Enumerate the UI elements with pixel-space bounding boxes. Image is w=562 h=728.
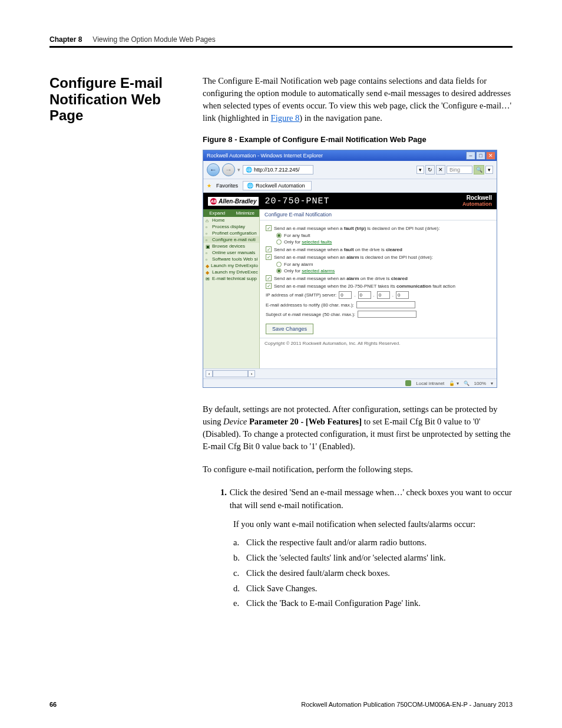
nav-item-software[interactable]: ▫Software tools Web si — [203, 256, 259, 262]
t: Send an e-mail message when a — [274, 226, 344, 231]
selected-alarms-link[interactable]: selected alarms — [302, 268, 335, 274]
alarm-cleared-checkbox[interactable]: ✓ — [266, 275, 272, 281]
t: Send an e-mail message when a — [274, 247, 344, 252]
nav-item-support[interactable]: ✉E-mail technical supp — [203, 275, 259, 282]
ip-octet-3[interactable]: 0 — [377, 291, 390, 299]
save-changes-button[interactable]: Save Changes — [266, 324, 313, 334]
instructions-lead: To configure e-mail notification, perfor… — [203, 463, 513, 476]
header-rule — [49, 46, 513, 48]
page-icon: ▫ — [206, 231, 210, 236]
minimize-icon[interactable]: – — [466, 151, 475, 160]
refresh-button[interactable]: ↻ — [425, 165, 435, 174]
minimize-button[interactable]: Minimize — [232, 209, 260, 217]
ra-line1: Rockwell — [467, 195, 492, 201]
substep-b: b.Click the 'selected faults' link and/o… — [233, 552, 513, 565]
app-icon: ◆ — [206, 263, 209, 268]
step-number: 1. — [220, 486, 230, 512]
search-area: ▾ ↻ ✕ Bing 🔍 ▾ — [416, 165, 493, 174]
t: alarm — [346, 276, 359, 281]
sub-letter: a. — [233, 536, 246, 549]
t: Device — [223, 417, 247, 426]
selected-faults-radio[interactable] — [276, 239, 282, 245]
step-1-note: If you only want e-mail notification whe… — [233, 518, 513, 531]
nav-item-home[interactable]: ⌂Home — [203, 217, 259, 223]
rad-label: Only for selected alarms — [284, 268, 335, 274]
back-button[interactable]: ← — [207, 163, 220, 176]
zoom-icon[interactable]: 🔍 — [464, 381, 470, 386]
intro-paragraph: The Configure E-mail Notification web pa… — [203, 75, 513, 124]
stop-button[interactable]: ✕ — [436, 165, 445, 174]
scroll-right-button[interactable]: › — [248, 370, 255, 377]
favorites-star-icon[interactable]: ★ — [207, 183, 211, 189]
scroll-track[interactable] — [213, 370, 248, 377]
fault-trip-checkbox[interactable]: ✓ — [266, 225, 272, 231]
t: Send an e-mail message when an — [274, 276, 346, 281]
any-fault-radio[interactable] — [276, 233, 282, 238]
content-heading: Configure E-mail Notification — [260, 209, 497, 220]
zoom-dropdown[interactable]: ▾ — [491, 381, 493, 386]
home-icon: ⌂ — [206, 218, 210, 223]
nav-item-driveexplorer[interactable]: ◆Launch my DriveExplo — [203, 262, 259, 269]
alarm-declared-checkbox[interactable]: ✓ — [266, 254, 272, 260]
any-alarm-radio[interactable] — [276, 262, 282, 267]
expand-button[interactable]: Expand — [203, 209, 232, 217]
substep-c: c.Click the desired fault/alarm check bo… — [233, 567, 513, 580]
subject-input[interactable] — [358, 311, 416, 318]
nav-item-browse[interactable]: ▣Browse devices — [203, 243, 259, 249]
sub-text: Click the desired fault/alarm check boxe… — [246, 567, 390, 580]
favorites-bar: ★ Favorites 🌐 Rockwell Automation — [203, 179, 497, 193]
maximize-icon[interactable]: □ — [476, 151, 485, 160]
chk-label: Send an e-mail message when an alarm is … — [274, 255, 433, 260]
browser-tab[interactable]: 🌐 Rockwell Automation — [243, 181, 312, 190]
ip-octet-1[interactable]: 0 — [339, 291, 352, 299]
chk-label: Send an e-mail message when a fault on t… — [274, 247, 402, 252]
comm-fault-checkbox[interactable]: ✓ — [266, 283, 272, 289]
address-bar[interactable]: 🌐 http://10.7.212.245/ — [243, 165, 313, 174]
substep-e: e.Click the 'Back to E-mail Configuratio… — [233, 597, 513, 610]
t: communication — [396, 284, 431, 289]
nav-item-profinet[interactable]: ▫Profinet configuration — [203, 230, 259, 236]
fault-cleared-checkbox[interactable]: ✓ — [266, 246, 272, 252]
alarm-declared-row: ✓ Send an e-mail message when an alarm i… — [266, 254, 491, 260]
scroll-left-button[interactable]: ‹ — [206, 370, 213, 377]
emails-input[interactable] — [356, 301, 415, 308]
favorites-label: Favorites — [216, 183, 238, 189]
nav-item-manuals[interactable]: ▫Online user manuals — [203, 249, 259, 256]
close-icon[interactable]: ✕ — [486, 151, 495, 160]
page-icon: 🌐 — [246, 167, 252, 173]
t: Send an e-mail message when an — [274, 255, 346, 260]
emails-row: E-mail addresses to notify (80 char. max… — [266, 301, 491, 308]
page-icon: ▫ — [206, 257, 210, 262]
sub-text: Click Save Changes. — [246, 582, 317, 595]
nav-label: Launch my DriveExec — [212, 269, 258, 275]
tab-favicon-icon: 🌐 — [247, 183, 253, 189]
ip-octet-2[interactable]: 0 — [358, 291, 371, 299]
figure-screenshot: Rockwell Automation - Windows Internet E… — [203, 150, 497, 388]
url-dropdown[interactable]: ▾ — [416, 166, 424, 174]
search-dropdown[interactable]: ▾ — [485, 166, 493, 174]
search-input[interactable]: Bing — [447, 166, 472, 174]
selected-alarms-radio[interactable] — [276, 268, 282, 274]
forward-button[interactable]: → — [222, 163, 235, 176]
nav-label: Process display — [212, 224, 245, 229]
protection-paragraph: By default, settings are not protected. … — [203, 403, 513, 453]
nav-item-driveexec[interactable]: ◆Launch my DriveExec — [203, 269, 259, 275]
nav-item-process[interactable]: ▫Process display — [203, 223, 259, 230]
search-engine-label: Bing — [449, 167, 460, 173]
nav-item-configure-email[interactable]: ▫Configure e-mail noti — [203, 236, 259, 243]
selected-faults-link[interactable]: selected faults — [302, 239, 332, 245]
chapter-title: Viewing the Option Module Web Pages — [92, 35, 215, 44]
nav-label: E-mail technical supp — [212, 276, 257, 281]
figure-8-link[interactable]: Figure 8 — [271, 113, 300, 123]
sub-text: Click the 'selected faults' link and/or … — [246, 552, 446, 565]
mail-icon: ✉ — [206, 276, 210, 281]
page-icon: ▫ — [206, 225, 210, 229]
fault-cleared-row: ✓ Send an e-mail message when a fault on… — [266, 246, 491, 252]
folder-icon: ▣ — [206, 244, 210, 249]
zone-label: Local intranet — [416, 381, 444, 386]
protected-mode-icon[interactable]: 🔓 ▾ — [449, 381, 458, 386]
t: on the drive is — [354, 247, 386, 252]
ip-octet-4[interactable]: 0 — [396, 291, 409, 299]
window-titlebar: Rockwell Automation - Windows Internet E… — [203, 150, 497, 161]
search-button[interactable]: 🔍 — [474, 165, 484, 174]
